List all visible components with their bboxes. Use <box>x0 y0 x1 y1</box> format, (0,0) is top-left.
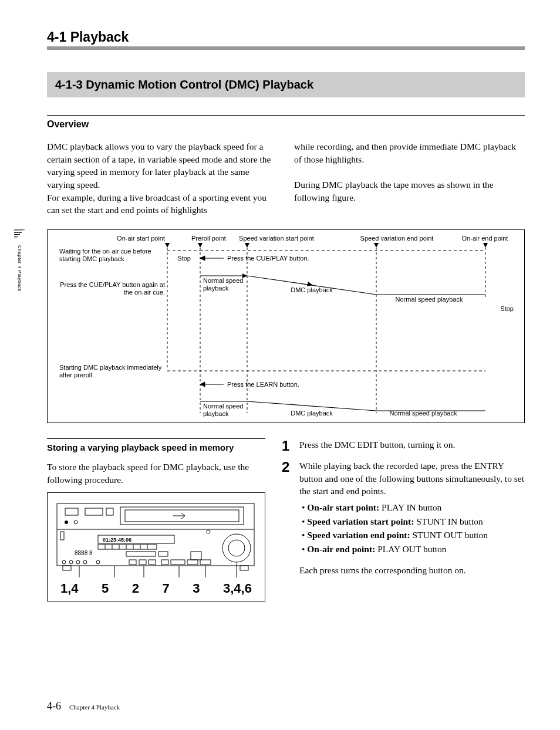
svg-rect-62 <box>200 560 211 565</box>
svg-rect-61 <box>187 560 198 565</box>
svg-point-51 <box>62 560 66 564</box>
device-callouts: 1,4 5 2 7 3 3,4,6 <box>56 581 257 596</box>
fig-label: Waiting for the on-air cue before starti… <box>59 248 159 263</box>
vcr-device-icon: 01:23:45:06 8888 8 <box>56 502 255 579</box>
svg-point-52 <box>69 560 73 564</box>
fig-label: Preroll point <box>191 235 226 242</box>
fig-label: Stop <box>177 255 191 262</box>
svg-point-53 <box>76 560 80 564</box>
svg-marker-1 <box>198 243 203 248</box>
fig-label: Press the LEARN button. <box>227 381 299 388</box>
svg-point-54 <box>83 560 87 564</box>
step-1: Press the DMC EDIT button, turning it on… <box>282 438 525 451</box>
fig-label: DMC playback <box>291 410 333 417</box>
svg-rect-50 <box>191 552 201 560</box>
storing-heading: Storing a varying playback speed in memo… <box>47 438 265 452</box>
bullet: • Speed variation start point: STUNT IN … <box>302 515 525 528</box>
page-header: 4-1 Playback <box>47 29 525 45</box>
step-2-after: Each press turns the corresponding butto… <box>299 564 525 577</box>
device-illustration: 01:23:45:06 8888 8 <box>47 492 265 601</box>
svg-marker-13 <box>200 256 205 261</box>
page-number: 4-6 <box>47 700 61 712</box>
svg-rect-59 <box>161 560 168 565</box>
fig-label: Stop <box>500 305 514 312</box>
footer-chapter: Chapter 4 Playback <box>69 704 120 711</box>
svg-rect-48 <box>126 552 156 556</box>
svg-marker-0 <box>165 243 170 248</box>
fig-label: DMC playback <box>291 286 333 293</box>
fig-label: Normal speed playback <box>396 296 463 303</box>
svg-point-55 <box>96 560 100 564</box>
fig-label: Press the CUE/PLAY button again at the o… <box>59 281 165 296</box>
svg-rect-64 <box>240 566 248 570</box>
svg-point-35 <box>207 530 210 533</box>
svg-point-32 <box>74 521 77 524</box>
callout: 5 <box>102 581 109 596</box>
svg-rect-63 <box>63 566 71 570</box>
callout: 3 <box>193 581 200 596</box>
overview-text: DMC playback allows you to vary the play… <box>47 140 525 217</box>
fig-label: Normal speed playback <box>203 403 250 418</box>
callout: 7 <box>163 581 170 596</box>
svg-rect-28 <box>65 508 78 515</box>
header-divider <box>47 46 525 50</box>
svg-rect-37 <box>98 545 157 549</box>
side-tab: Chapter 4 Playback <box>14 229 25 292</box>
svg-rect-57 <box>139 560 146 565</box>
callout: 2 <box>132 581 139 596</box>
fig-label: Starting DMC playback immediately after … <box>59 364 165 379</box>
page-footer: 4-6 Chapter 4 Playback <box>47 700 120 712</box>
bullet: • Speed variation end point: STUNT OUT b… <box>302 529 525 542</box>
fig-label: Speed variation start point <box>239 235 314 242</box>
callout: 3,4,6 <box>223 581 252 596</box>
dmc-figure: On-air start point Preroll point Speed v… <box>47 229 525 423</box>
svg-text:8888 8: 8888 8 <box>75 550 93 556</box>
step-2-text: While playing back the recorded tape, pr… <box>299 461 524 496</box>
svg-rect-29 <box>85 508 103 515</box>
svg-rect-60 <box>171 560 185 565</box>
svg-rect-56 <box>129 560 136 565</box>
svg-rect-30 <box>106 508 113 515</box>
overview-heading: Overview <box>47 115 525 130</box>
storing-intro: To store the playback speed for DMC play… <box>47 461 265 486</box>
fig-label: Normal speed playback <box>390 410 457 417</box>
step-1-text: Press the DMC EDIT button, turning it on… <box>299 440 455 450</box>
step-2: While playing back the recorded tape, pr… <box>282 459 525 577</box>
fig-label: Speed variation end point <box>360 235 434 242</box>
side-chapter-label: Chapter 4 Playback <box>17 245 22 292</box>
bullet: • On-air end point: PLAY OUT button <box>302 543 525 556</box>
svg-rect-49 <box>158 552 168 556</box>
svg-marker-3 <box>374 243 379 248</box>
bullet: • On-air start point: PLAY IN button <box>302 501 525 514</box>
fig-label: Press the CUE/PLAY button. <box>227 255 309 262</box>
svg-marker-17 <box>307 282 313 286</box>
svg-rect-58 <box>149 560 156 565</box>
overview-col2: while recording, and then provide immedi… <box>294 140 525 217</box>
fig-label: On-air start point <box>117 235 165 242</box>
svg-point-31 <box>65 521 68 524</box>
overview-col1: DMC playback allows you to vary the play… <box>47 140 278 217</box>
svg-marker-2 <box>245 243 249 248</box>
callout: 1,4 <box>60 581 79 596</box>
section-title-bar: 4-1-3 Dynamic Motion Control (DMC) Playb… <box>47 72 525 97</box>
decorative-lines-icon <box>14 229 25 239</box>
timecode-display: 01:23:45:06 <box>103 537 131 543</box>
svg-point-45 <box>222 534 251 562</box>
fig-label: On-air end point <box>462 235 508 242</box>
fig-label: Normal speed playback <box>203 277 250 292</box>
svg-point-46 <box>228 540 245 556</box>
step-list: Press the DMC EDIT button, turning it on… <box>282 438 525 576</box>
svg-marker-21 <box>200 382 205 387</box>
svg-rect-34 <box>60 532 64 540</box>
svg-marker-4 <box>483 243 488 248</box>
